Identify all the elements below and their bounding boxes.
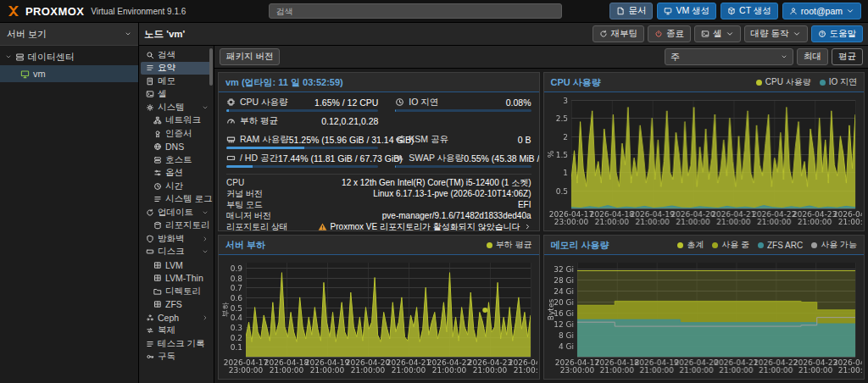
info-label: 부팅 모드 — [226, 199, 263, 210]
legend-label: CPU 사용량 — [765, 76, 811, 88]
nav-item-lvm-thin[interactable]: LVM-Thin — [141, 272, 212, 286]
nav-item-label: 업데이트 — [158, 207, 193, 219]
nav-item-system[interactable]: 시스템 — [141, 101, 212, 114]
legend-item[interactable]: 사용 가능 — [811, 239, 857, 251]
nav-item-label: 구독 — [158, 351, 175, 363]
legend-item[interactable]: 총계 — [677, 239, 704, 251]
memory-usage-chart[interactable] — [546, 257, 863, 377]
power-icon — [654, 30, 663, 38]
info-value: pve-manager/9.1.6/71482d1833ded40a — [382, 210, 531, 221]
metric-load: 부하 평균 0.12,0.21,0.28 — [226, 114, 378, 133]
nav-item-options[interactable]: 옵션 — [141, 167, 212, 180]
nav-item-updates[interactable]: 업데이트 — [141, 206, 212, 219]
metric-hdd: / HD 공간 17.44% (11.81 GiB / 67.73 GiB) — [226, 152, 378, 170]
shutdown-button[interactable]: 종료 — [648, 25, 691, 42]
info-value: 12 x 12th Gen Intel(R) Core(TM) i5-12400… — [342, 177, 531, 188]
server-load-chart[interactable] — [220, 257, 537, 377]
certificates-icon — [153, 130, 162, 138]
tree-item-datacenter[interactable]: 데이터센터 — [0, 48, 138, 65]
ceph-icon — [146, 314, 154, 322]
cpu-usage-chart[interactable] — [546, 94, 863, 229]
legend-dot — [677, 242, 683, 248]
status-info-rows: CPU 12 x 12th Gen Intel(R) Core(TM) i5-1… — [226, 174, 531, 230]
view-selector[interactable]: 서버 보기 — [0, 23, 138, 46]
metric-progressbar — [395, 165, 531, 168]
global-search-input[interactable] — [269, 3, 562, 19]
legend-item[interactable]: CPU 사용량 — [756, 76, 811, 88]
nav-item-directory[interactable]: 디렉토리 — [141, 285, 212, 298]
bulk-actions-button[interactable]: 대량 동작 — [744, 25, 808, 42]
nav-item-dns[interactable]: DNS — [141, 141, 212, 154]
legend-item[interactable]: IO 지연 — [820, 76, 857, 88]
chevron-down-icon — [202, 248, 209, 255]
status-panel-header: vm (업타임: 11 일 03:52:59) — [219, 73, 539, 92]
nav-item-shell[interactable]: 셸 — [141, 88, 212, 102]
system-icon — [146, 103, 154, 112]
metric-value: 1.65% / 12 CPU — [314, 97, 378, 108]
brand-version: Virtual Environment 9.1.6 — [91, 7, 186, 16]
swap-icon — [395, 153, 404, 163]
nav-item-summary[interactable]: 요약 — [141, 62, 212, 75]
brand-name: PROXMOX — [25, 5, 84, 18]
nav-item-repositories[interactable]: 리포지토리 — [141, 219, 212, 233]
expander-icon[interactable] — [5, 53, 12, 60]
tree-item-node-vm[interactable]: vm — [0, 65, 138, 82]
metric-label: CPU 사용량 — [240, 97, 288, 108]
user-icon — [789, 7, 798, 15]
chevron-down-icon — [781, 53, 787, 60]
chevron-right-icon — [202, 314, 209, 321]
chevron-right-icon[interactable] — [524, 223, 531, 230]
metric-progressbar — [226, 147, 378, 149]
average-toggle-button[interactable]: 평균 — [832, 48, 863, 65]
nav-item-task-history[interactable]: 테스크 기록 — [141, 337, 212, 351]
legend-dot — [712, 242, 718, 248]
nav-item-disks[interactable]: 디스크 — [141, 246, 212, 259]
legend-item[interactable]: 부하 평균 — [487, 239, 532, 251]
nav-item-notes[interactable]: 메모 — [141, 75, 212, 88]
create-vm-button[interactable]: VM 생성 — [657, 3, 716, 19]
nav-item-hosts[interactable]: 호스트 — [141, 153, 212, 167]
shell-button[interactable]: 셸 — [694, 25, 741, 42]
cube-icon — [727, 7, 736, 15]
summary-panels: vm (업타임: 11 일 03:52:59) CPU 사용량 1.65% / … — [214, 69, 868, 383]
hosts-icon — [153, 156, 162, 164]
nav-item-network[interactable]: 네트워크 — [141, 114, 212, 128]
nav-item-syslog[interactable]: 시스템 로그 — [141, 193, 212, 207]
nav-item-zfs[interactable]: ZFS — [141, 298, 212, 312]
metric-ram: RAM 사용량 51.25% (15.96 GiB / 31.14 GiB) — [226, 133, 378, 152]
nav-item-label: 디렉토리 — [165, 286, 201, 297]
server-load-chart-panel: 서버 부하 부하 평균 — [218, 235, 540, 380]
reboot-icon — [599, 30, 608, 38]
nav-item-certificates[interactable]: 인증서 — [141, 127, 212, 141]
node-icon — [20, 69, 30, 79]
load-icon — [226, 116, 236, 125]
legend-item[interactable]: ZFS ARC — [758, 241, 803, 250]
legend-item[interactable]: 사용 중 — [712, 239, 749, 251]
metric-value: 0 B — [518, 135, 531, 145]
legend-label: IO 지연 — [829, 76, 857, 88]
nav-item-replication[interactable]: 복제 — [141, 325, 212, 338]
nav-item-lvm[interactable]: LVM — [141, 258, 212, 272]
nav-item-subscription[interactable]: 구독 — [141, 351, 212, 364]
tree-item-label: vm — [33, 69, 46, 79]
nav-item-firewall[interactable]: 방화벽 — [141, 232, 212, 246]
documentation-button[interactable]: 문서 — [609, 3, 653, 19]
create-ct-button[interactable]: CT 생성 — [721, 3, 778, 19]
help-button[interactable]: 도움말 — [811, 25, 864, 42]
load-chart-header: 서버 부하 부하 평균 — [219, 236, 539, 255]
nav-item-search[interactable]: 검색 — [141, 48, 212, 62]
view-selector-label: 서버 보기 — [7, 28, 47, 41]
cpu-chart-header: CPU 사용량 CPU 사용량IO 지연 — [544, 73, 865, 92]
reboot-button[interactable]: 재부팅 — [593, 25, 645, 42]
ksm-icon — [395, 135, 404, 144]
max-toggle-button[interactable]: 최대 — [797, 48, 828, 65]
package-versions-button[interactable]: 패키지 버전 — [220, 48, 280, 65]
cpu-icon — [226, 97, 236, 107]
time-range-select[interactable]: 주 — [665, 48, 793, 65]
nav-item-ceph[interactable]: Ceph — [141, 311, 212, 325]
legend-label: 총계 — [687, 239, 704, 251]
user-menu-button[interactable]: root@pam — [782, 3, 861, 19]
chevron-right-icon — [202, 236, 209, 242]
nav-item-time[interactable]: 시간 — [141, 180, 212, 193]
legend-dot — [811, 242, 817, 248]
